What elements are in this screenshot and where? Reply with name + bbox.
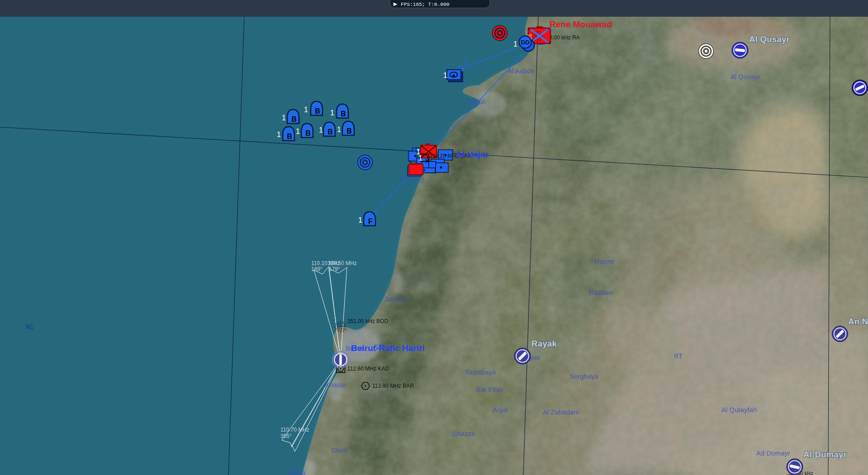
svg-text:Serghaya: Serghaya — [569, 372, 599, 380]
svg-text:Chim: Chim — [332, 446, 347, 454]
svg-text:Ghazze: Ghazze — [452, 430, 475, 437]
svg-text:1: 1 — [282, 114, 286, 122]
svg-text:1: 1 — [513, 40, 517, 48]
svg-text:Jounieh: Jounieh — [384, 295, 408, 303]
svg-text:Anjar: Anjar — [493, 406, 508, 413]
svg-text:Beirut-Rafic Hariri: Beirut-Rafic Hariri — [351, 343, 425, 353]
svg-text:Saida: Saida — [288, 469, 306, 475]
svg-text:B: B — [327, 128, 333, 136]
svg-text:Al Hajar: Al Hajar — [456, 150, 489, 159]
svg-text:FPS:165; T:0.000: FPS:165; T:0.000 — [401, 2, 450, 7]
svg-text:Bar Elias: Bar Elias — [476, 385, 503, 393]
svg-text:F: F — [368, 218, 373, 225]
svg-text:DD: DD — [521, 39, 530, 46]
svg-text:1: 1 — [296, 128, 300, 135]
svg-text:Al Zabadani: Al Zabadani — [543, 408, 579, 416]
svg-text:1: 1 — [464, 58, 468, 66]
svg-text:1: 1 — [443, 71, 447, 79]
svg-text:B: B — [315, 107, 320, 115]
svg-text:BT: BT — [674, 352, 683, 360]
svg-text:112.60 MHz KAD: 112.60 MHz KAD — [347, 366, 389, 372]
svg-text:Rayak: Rayak — [531, 339, 557, 348]
svg-text:Baalbek: Baalbek — [589, 289, 614, 296]
svg-text:169°: 169° — [311, 266, 323, 272]
svg-text:1: 1 — [330, 109, 334, 117]
svg-text:XC: XC — [25, 323, 34, 330]
svg-text:Al-Dumayr: Al-Dumayr — [803, 450, 847, 459]
svg-text:1: 1 — [337, 126, 341, 133]
svg-text:110.70 MHz: 110.70 MHz — [280, 427, 309, 433]
svg-text:109.50 MHz: 109.50 MHz — [327, 260, 357, 266]
svg-text:1: 1 — [277, 131, 281, 138]
svg-text:B: B — [305, 129, 311, 137]
svg-text:Taalabaya: Taalabaya — [465, 368, 496, 376]
svg-text:1: 1 — [319, 126, 323, 134]
svg-text:Rene Mouawad: Rene Mouawad — [550, 19, 612, 29]
svg-text:1: 1 — [358, 216, 362, 224]
svg-text:1: 1 — [418, 154, 422, 162]
svg-text:B: B — [287, 133, 292, 140]
svg-text:1: 1 — [304, 106, 308, 114]
svg-text:113.90 MHz BAR: 113.90 MHz BAR — [372, 383, 414, 389]
svg-text:B: B — [291, 115, 297, 123]
svg-text:An N: An N — [848, 317, 868, 326]
svg-text:Ad Dumayr: Ad Dumayr — [756, 449, 790, 457]
svg-text:Al Qutayfah: Al Qutayfah — [721, 406, 757, 413]
svg-text:Al Aabde: Al Aabde — [508, 67, 535, 75]
svg-text:B: B — [341, 110, 346, 118]
svg-text:355°: 355° — [280, 433, 292, 439]
svg-text:Maqne: Maqne — [594, 257, 615, 265]
svg-text:B: B — [346, 127, 352, 135]
svg-text:Khalde: Khalde — [325, 381, 346, 389]
svg-text:351.00 kHz BOD: 351.00 kHz BOD — [347, 318, 388, 324]
svg-text:179°: 179° — [329, 266, 340, 272]
svg-text:Al Qusayr: Al Qusayr — [749, 34, 790, 44]
svg-text:Al Qusayr: Al Qusayr — [730, 73, 760, 81]
svg-text:Tripoli: Tripoli — [467, 98, 485, 105]
